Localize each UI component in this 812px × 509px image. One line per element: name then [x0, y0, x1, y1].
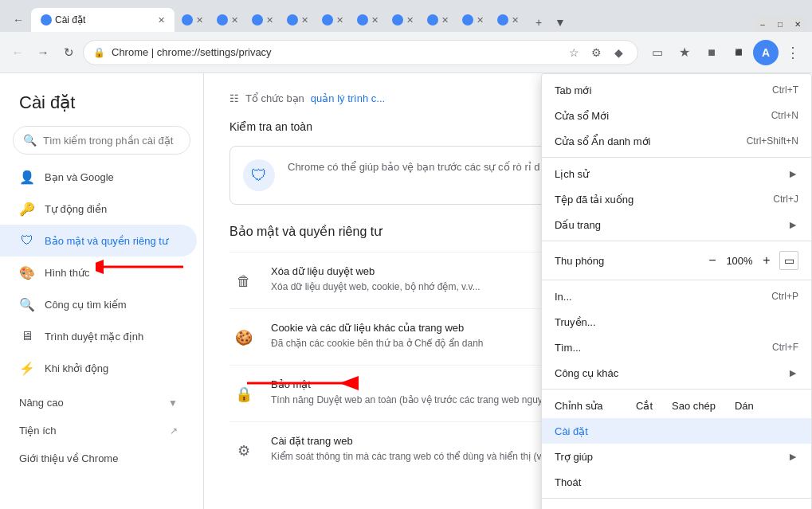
menu-item-exit[interactable]: Thoát	[542, 469, 811, 495]
sidebar-item-privacy[interactable]: 🛡 Bảo mật và quyền riêng tư	[0, 225, 197, 256]
bookmark-icon[interactable]: ☆	[564, 43, 583, 62]
zoom-in-button[interactable]: +	[757, 251, 776, 270]
tab-2[interactable]: ✕	[175, 8, 210, 32]
browser-frame: ← Cài đặt ✕ ✕ ✕ ✕ ✕ ✕ ✕ ✕ ✕ ✕ ✕ + ▼ – □	[0, 0, 812, 509]
tab-6[interactable]: ✕	[316, 8, 350, 32]
bookmarks-label: Dấu trang	[555, 219, 601, 231]
downloads-shortcut: Ctrl+J	[773, 194, 798, 205]
tab-close-10[interactable]: ✕	[477, 15, 484, 25]
search-input[interactable]	[43, 135, 180, 147]
tab-favicon-9	[427, 14, 438, 25]
extensions-label: Tiện ích	[19, 425, 57, 437]
sidebar-item-default-browser[interactable]: 🖥 Trình duyệt mặc định	[0, 320, 197, 352]
menu-item-bookmarks[interactable]: Dấu trang ►	[542, 212, 811, 237]
tab-11[interactable]: ✕	[491, 8, 525, 32]
tab-5[interactable]: ✕	[280, 8, 315, 32]
sidebar-item-autofill[interactable]: 🔑 Tự động điền	[0, 193, 197, 225]
new-tab-button[interactable]: +	[529, 13, 548, 32]
tabs-container: ← Cài đặt ✕ ✕ ✕ ✕ ✕ ✕ ✕ ✕ ✕ ✕ ✕ + ▼	[6, 8, 747, 32]
zoom-out-button[interactable]: −	[703, 251, 722, 270]
menu-button[interactable]: ⋮	[780, 40, 806, 65]
profile-button[interactable]: A	[753, 40, 779, 65]
tab-close-9[interactable]: ✕	[441, 15, 449, 25]
edit-label: Chỉnh sửa	[555, 400, 626, 412]
menu-item-new-tab[interactable]: Tab mới Ctrl+T	[542, 77, 811, 103]
external-link-icon: ↗	[170, 425, 178, 437]
find-shortcut: Ctrl+F	[772, 342, 798, 353]
history-label: Lịch sử	[555, 168, 589, 180]
help-arrow: ►	[787, 450, 798, 463]
minimize-button[interactable]: –	[755, 16, 771, 32]
tab-8[interactable]: ✕	[386, 8, 420, 32]
extensions-icon[interactable]: ◾	[726, 40, 751, 65]
back-button[interactable]: ←	[6, 41, 29, 64]
menu-item-more-tools[interactable]: Công cụ khác ►	[542, 360, 811, 386]
fullscreen-button[interactable]: ▭	[779, 251, 798, 270]
menu-item-print[interactable]: In... Ctrl+P	[542, 284, 811, 309]
org-link[interactable]: quản lý trình c...	[311, 92, 385, 104]
tab-9[interactable]: ✕	[421, 8, 455, 32]
close-button[interactable]: ✕	[790, 16, 806, 32]
tab-back[interactable]: ←	[6, 8, 30, 32]
tab-close-2[interactable]: ✕	[196, 15, 203, 25]
performance-icon[interactable]: ⚙	[586, 43, 606, 62]
cast-icon[interactable]: ▭	[645, 40, 670, 65]
tab-active[interactable]: Cài đặt ✕	[31, 8, 175, 32]
sidebar-item-label: Hình thức	[45, 267, 89, 279]
divider-1	[542, 157, 811, 158]
extension-icon[interactable]: ◆	[609, 43, 628, 62]
refresh-button[interactable]: ↻	[57, 41, 80, 64]
tab-close-7[interactable]: ✕	[371, 15, 379, 25]
toolbar-right: ▭ ★ ■ ◾ A ⋮	[645, 40, 806, 65]
settings-label: Cài đặt	[555, 425, 588, 437]
forward-button[interactable]: →	[32, 41, 54, 64]
paste-label[interactable]: Dán	[725, 397, 763, 415]
menu-item-new-window[interactable]: Cửa sổ Mới Ctrl+N	[542, 103, 811, 128]
omnibox[interactable]: 🔒 Chrome | chrome://settings/privacy ☆ ⚙…	[83, 40, 638, 65]
new-window-label: Cửa sổ Mới	[555, 110, 609, 122]
settings-search[interactable]: 🔍	[13, 126, 190, 155]
settings-title: Cài đặt	[0, 80, 203, 119]
tab-close-4[interactable]: ✕	[266, 15, 273, 25]
sidebar-item-about[interactable]: Giới thiệu về Chrome	[0, 444, 197, 472]
maximize-button[interactable]: □	[772, 16, 788, 32]
zoom-control: − 100% + ▭	[703, 251, 798, 270]
copy-label[interactable]: Sao chép	[662, 397, 725, 415]
menu-item-settings[interactable]: Cài đặt	[542, 418, 811, 444]
url-display: Chrome | chrome://settings/privacy	[112, 46, 558, 58]
bookmark-star-icon[interactable]: ★	[672, 40, 697, 65]
menu-item-cast[interactable]: Truyền...	[542, 309, 811, 335]
bookmarks-arrow: ►	[787, 218, 798, 231]
tab-close-3[interactable]: ✕	[231, 15, 238, 25]
tab-close-11[interactable]: ✕	[512, 15, 519, 25]
sidebar-item-search-engine[interactable]: 🔍 Công cụ tìm kiếm	[0, 288, 197, 320]
sidebar-item-appearance[interactable]: 🎨 Hình thức	[0, 256, 197, 288]
tab-10[interactable]: ✕	[456, 8, 490, 32]
tab-bar: ← Cài đặt ✕ ✕ ✕ ✕ ✕ ✕ ✕ ✕ ✕ ✕ ✕ + ▼ – □	[0, 0, 812, 32]
sidebar-item-on-startup[interactable]: ⚡ Khi khởi động	[0, 352, 197, 384]
extension-puzzle-icon[interactable]: ■	[699, 40, 724, 65]
tab-scroll-button[interactable]: ▼	[551, 13, 570, 32]
tab-favicon-6	[322, 14, 333, 25]
window-controls: – □ ✕	[755, 16, 806, 32]
zoom-label: Thu phóng	[555, 255, 604, 267]
menu-item-find[interactable]: Tìm... Ctrl+F	[542, 335, 811, 360]
tab-3[interactable]: ✕	[210, 8, 245, 32]
cut-label[interactable]: Cắt	[626, 397, 662, 415]
address-bar: ← → ↻ 🔒 Chrome | chrome://settings/priva…	[0, 32, 812, 73]
tab-7[interactable]: ✕	[351, 8, 385, 32]
tab-close-6[interactable]: ✕	[336, 15, 343, 25]
sidebar-item-you-and-google[interactable]: 👤 Bạn và Google	[0, 161, 197, 193]
menu-item-help[interactable]: Trợ giúp ►	[542, 444, 811, 469]
tab-close-8[interactable]: ✕	[406, 15, 414, 25]
menu-item-history[interactable]: Lịch sử ►	[542, 161, 811, 186]
tab-close-5[interactable]: ✕	[301, 15, 308, 25]
tab-4[interactable]: ✕	[245, 8, 280, 32]
search-icon: 🔍	[23, 134, 37, 147]
menu-item-incognito[interactable]: Cửa sổ Ẩn danh mới Ctrl+Shift+N	[542, 128, 811, 154]
sidebar-item-advanced[interactable]: Nâng cao ▼	[0, 384, 197, 417]
menu-item-org[interactable]: ☷ Do tổ chức của bạn quản lý	[542, 502, 811, 509]
menu-item-downloads[interactable]: Tệp đã tải xuống Ctrl+J	[542, 186, 811, 212]
tab-close[interactable]: ✕	[158, 15, 165, 25]
sidebar-item-extensions[interactable]: Tiện ích ↗	[0, 417, 197, 444]
